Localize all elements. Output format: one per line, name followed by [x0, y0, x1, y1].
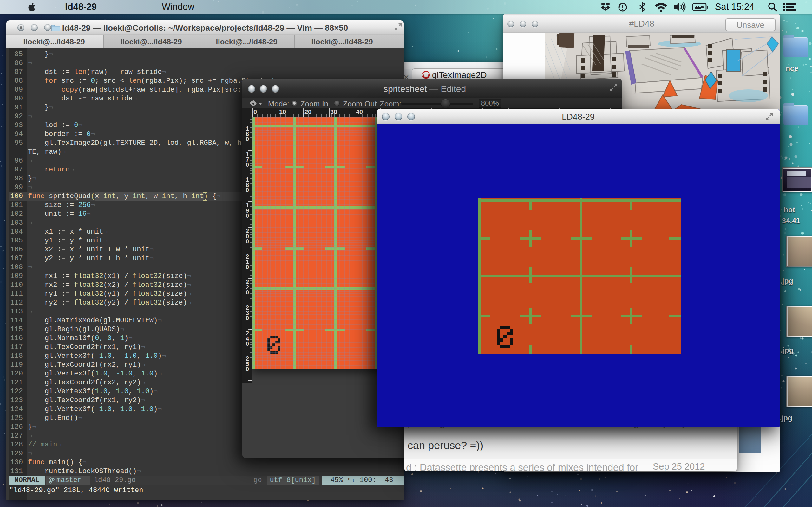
svg-text:!: !	[622, 4, 623, 11]
